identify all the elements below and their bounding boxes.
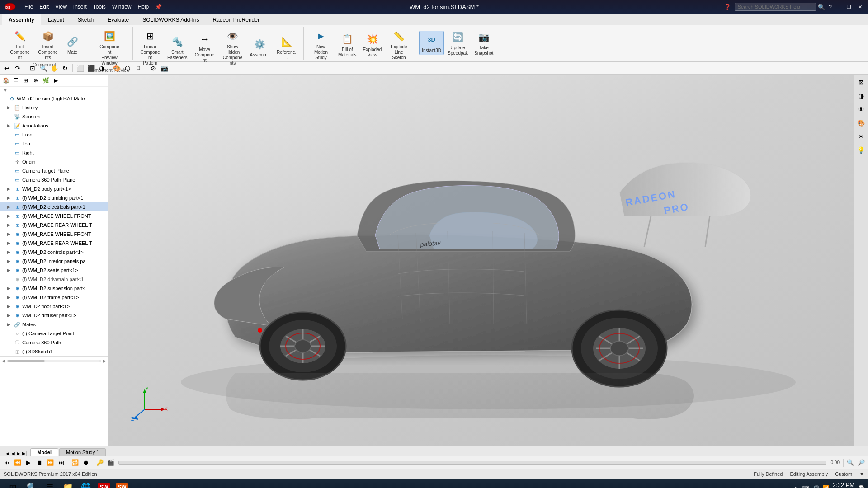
realview-button[interactable]: 💡 — [855, 144, 867, 156]
play-back-button[interactable]: ⏮ — [2, 458, 12, 468]
reference-button[interactable]: 📐 Referenc... — [274, 33, 301, 62]
tab-evaluate[interactable]: Evaluate — [101, 14, 136, 25]
taskbar-sw1[interactable]: SW — [96, 479, 112, 488]
tree-item-wm-suspension[interactable]: ▶ ⊕ (f) WM_D2 suspension part< — [0, 284, 108, 293]
linear-pattern-button[interactable]: ⊞ Linear ComponentPattern — [137, 27, 164, 68]
explode-line-button[interactable]: 📏 ExplodeLine Sketch — [385, 27, 412, 62]
tree-item-origin[interactable]: ✛ Origin — [0, 157, 108, 166]
menu-insert[interactable]: Insert — [71, 3, 90, 11]
taskbar-explorer[interactable]: 📁 — [60, 479, 76, 488]
tree-item-wm-diffuser[interactable]: ▶ ⊕ WM_D2 diffuser part<1> — [0, 311, 108, 320]
tree-item-wm-controls[interactable]: ▶ ⊕ (f) WM_D2 controls part<1> — [0, 248, 108, 257]
tab-radeon[interactable]: Radeon ProRender — [206, 14, 266, 25]
instant3d-button[interactable]: 3D Instant3D — [419, 31, 444, 55]
menu-edit[interactable]: Edit — [37, 3, 52, 11]
insert-components-button[interactable]: 📦 InsertComponents — [34, 27, 61, 62]
taskbar-clock[interactable]: 2:32 PM 1/9/2017 — [833, 482, 854, 488]
timeline-zoom-out[interactable]: 🔎 — [856, 458, 866, 468]
play-fwd-end-button[interactable]: ⏭ — [56, 458, 66, 468]
scroll-right[interactable]: ▶ — [103, 358, 106, 363]
tree-item-front[interactable]: ▭ Front — [0, 130, 108, 139]
notification-icon[interactable]: 💬 — [858, 485, 864, 488]
hide-show-button[interactable]: 👁 — [855, 103, 867, 115]
restore-button[interactable]: ❐ — [844, 2, 854, 11]
smart-fasteners-button[interactable]: 🔩 SmartFasteners — [165, 33, 190, 62]
tab-next[interactable]: ▶ — [16, 451, 21, 456]
menu-help[interactable]: Help — [135, 3, 152, 11]
component-preview-button[interactable]: 🖼️ ComponentPreview Window — [96, 27, 123, 68]
tree-item-wm-plumb[interactable]: ▶ ⊕ (f) WM_D2 plumbing part<1 — [0, 193, 108, 202]
tab-layout[interactable]: Layout — [41, 14, 71, 25]
menu-tools[interactable]: Tools — [90, 3, 108, 11]
loop-button[interactable]: 🔁 — [70, 458, 80, 468]
tree-item-wm-floor[interactable]: ▶ ⊕ WM_D2 floor part<1> — [0, 302, 108, 311]
minimize-button[interactable]: ─ — [834, 2, 843, 11]
tree-item-annotations[interactable]: ▶ 📝 Annotations — [0, 121, 108, 130]
menu-window[interactable]: Window — [109, 3, 134, 11]
tab-prev[interactable]: ◀ — [10, 451, 16, 456]
animate-button[interactable]: 🎬 — [106, 458, 116, 468]
tree-item-wm-wheel-fr[interactable]: ▶ ⊕ (f) WM_RACE WHEEL FRONT — [0, 211, 108, 221]
tree-item-wm-seats[interactable]: ▶ ⊕ (f) WM_D2 seats part<1> — [0, 266, 108, 275]
tab-addins[interactable]: SOLIDWORKS Add-Ins — [136, 14, 206, 25]
network-icon[interactable]: 📶 — [823, 485, 829, 488]
pan-button[interactable]: ✋ — [49, 63, 59, 73]
section-view-button[interactable]: ⊘ — [148, 63, 158, 73]
tree-item-wm-wheel-fl[interactable]: ▶ ⊕ (f) WM_RACE WHEEL FRONT — [0, 230, 108, 239]
tree-item-cam360-path[interactable]: 〇 Camera 360 Path — [0, 338, 108, 347]
close-button[interactable]: ✕ — [855, 2, 864, 11]
tree-item-cam-target-plane[interactable]: ▭ Camera Target Plane — [0, 166, 108, 175]
appearances-button[interactable]: 🎨 — [112, 63, 122, 73]
scroll-left[interactable]: ◀ — [2, 358, 5, 363]
assembly-button[interactable]: ⚙️ Assemb... — [247, 35, 273, 60]
key-frame-button[interactable]: 🔑 — [95, 458, 105, 468]
tree-home-button[interactable]: 🏠 — [1, 76, 10, 85]
taskbar-sw2[interactable]: SW — [114, 479, 130, 488]
tree-item-3dsketch[interactable]: ◫ (-) 3DSketch1 — [0, 347, 108, 356]
snapshot-button[interactable]: 📷 TakeSnapshot — [472, 28, 496, 58]
tree-more-button[interactable]: ▶ — [51, 76, 60, 85]
appearance-button[interactable]: 🎨 — [855, 117, 867, 129]
search-icon[interactable]: 🔍 — [818, 4, 825, 10]
shaded-edges-button[interactable]: ◑ — [97, 63, 107, 73]
tree-item-wm-frame[interactable]: ▶ ⊕ (f) WM_D2 frame part<1> — [0, 293, 108, 302]
tab-first[interactable]: |◀ — [4, 451, 10, 456]
timeline-progress[interactable] — [118, 461, 826, 465]
record-button[interactable]: ⏺ — [81, 458, 91, 468]
tree-item-wm-body[interactable]: ▶ ⊕ WM_D2 body part<1> — [0, 184, 108, 193]
speaker-icon[interactable]: 🔊 — [813, 485, 819, 488]
display-style-button[interactable]: ◑ — [855, 90, 867, 102]
tree-item-cam-target-pt[interactable]: ○ (-) Camera Target Point — [0, 329, 108, 338]
status-dropdown[interactable]: ▼ — [859, 471, 864, 477]
tab-motion-study-1[interactable]: Motion Study 1 — [59, 448, 106, 456]
new-motion-button[interactable]: ▶ New MotionStudy — [307, 27, 335, 62]
step-back-button[interactable]: ⏪ — [13, 458, 23, 468]
tree-list-button[interactable]: ☰ — [11, 76, 20, 85]
viewport[interactable]: RADEON PRO — [108, 75, 868, 446]
tree-grid-button[interactable]: ⊞ — [21, 76, 30, 85]
search-input[interactable] — [735, 3, 816, 11]
help-icon2[interactable]: ? — [829, 4, 832, 10]
tree-expand-button[interactable]: ⊕ — [31, 76, 40, 85]
tree-item-wm-wheel-rr[interactable]: ▶ ⊕ (f) WM_RACE REAR WHEEL T — [0, 221, 108, 230]
tab-assembly[interactable]: Assembly — [2, 14, 41, 25]
menu-file[interactable]: File — [22, 3, 36, 11]
tree-item-right[interactable]: ▭ Right — [0, 148, 108, 157]
tree-item-history[interactable]: ▶ 📋 History — [0, 103, 108, 112]
undo-button[interactable]: ↩ — [2, 63, 12, 73]
tree-item-wm-wheel-rl[interactable]: ▶ ⊕ (f) WM_RACE REAR WHEEL T — [0, 239, 108, 248]
taskbar-edge[interactable]: 🌐 — [78, 479, 94, 488]
tree-item-mates[interactable]: ▶ 🔗 Mates — [0, 320, 108, 329]
tree-item-wm-interior[interactable]: ▶ ⊕ (f) WM_D2 interior panels pa — [0, 257, 108, 266]
menu-view[interactable]: View — [52, 3, 70, 11]
zoom-in-button[interactable]: 🔍 — [38, 63, 48, 73]
tree-root[interactable]: ⊕ WM_d2 for sim (Light<All Mate — [0, 94, 108, 103]
tree-item-cam360-plane[interactable]: ▭ Camera 360 Path Plane — [0, 175, 108, 184]
scenes-button[interactable]: ☀ — [855, 131, 867, 142]
step-fwd-button[interactable]: ⏩ — [45, 458, 55, 468]
taskbar-up-arrow[interactable]: ▲ — [793, 485, 798, 488]
tab-last[interactable]: ▶| — [21, 451, 28, 456]
tab-sketch[interactable]: Sketch — [71, 14, 101, 25]
timeline-zoom-in[interactable]: 🔍 — [845, 458, 855, 468]
bill-materials-button[interactable]: 📋 Bill ofMaterials — [335, 30, 359, 60]
